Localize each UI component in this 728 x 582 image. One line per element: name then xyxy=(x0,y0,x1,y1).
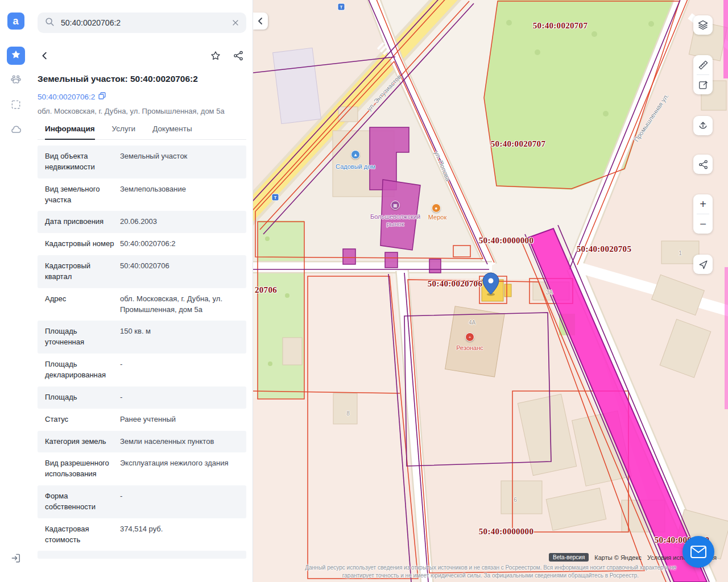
edit-tools xyxy=(693,55,713,94)
zoom-out-button[interactable]: − xyxy=(693,214,713,234)
chat-button[interactable] xyxy=(682,536,714,568)
upload-tool xyxy=(693,116,713,135)
zoom-in-button[interactable]: + xyxy=(693,194,713,214)
paw-icon xyxy=(10,73,22,88)
info-row-value: Земельный участок xyxy=(120,151,239,173)
yandex-copyright-link[interactable]: Карты © Яндекс xyxy=(594,554,642,561)
star-icon xyxy=(10,49,22,63)
info-row-label: Форма собственности xyxy=(45,491,120,513)
favorite-button[interactable] xyxy=(210,50,221,61)
table-row: Кадастровый номер50:40:0020706:2 xyxy=(38,233,246,255)
map[interactable]: 50:40:002070750:40:002070750:40:00000005… xyxy=(253,0,728,582)
sidebar-item-favorites[interactable] xyxy=(7,47,25,65)
back-button[interactable] xyxy=(40,51,50,61)
share-button[interactable] xyxy=(233,50,244,61)
info-row-value: Землепользование xyxy=(120,184,239,206)
info-row-label: Вид земельного участка xyxy=(45,184,120,206)
zoom-tools: + − xyxy=(693,194,713,234)
table-row: Адресобл. Московская, г. Дубна, ул. Пром… xyxy=(38,288,246,321)
locate-tool xyxy=(693,255,713,274)
upload-icon xyxy=(697,120,709,131)
app-logo[interactable]: a xyxy=(7,13,24,30)
layers-icon xyxy=(697,19,709,31)
share-tool xyxy=(693,155,713,174)
tab-documents[interactable]: Документы xyxy=(152,124,192,139)
info-row-value: обл. Московская, г. Дубна, ул. Промышлен… xyxy=(120,294,239,315)
dashed-square-icon xyxy=(10,99,22,113)
measure-button[interactable] xyxy=(693,55,713,74)
table-row: СтатусРанее учтенный xyxy=(38,409,246,431)
object-address: обл. Московская, г. Дубна, ул. Промышлен… xyxy=(38,107,246,115)
envelope-icon xyxy=(690,544,707,559)
table-row: Площадь- xyxy=(38,386,246,409)
icon-rail: a xyxy=(0,0,31,582)
info-row-label: Кадастровая стоимость xyxy=(45,524,120,546)
map-disclaimer: Данный ресурс использует сведения из отк… xyxy=(283,564,698,580)
disclaimer-line-1: Данный ресурс использует сведения из отк… xyxy=(283,564,698,572)
table-row: Вид объекта недвижимостиЗемельный участо… xyxy=(38,146,246,178)
table-row: Форма собственности- xyxy=(38,485,246,518)
upload-button[interactable] xyxy=(693,116,713,135)
table-row: Площадь уточненная150 кв. м xyxy=(38,321,246,354)
share-icon xyxy=(698,159,709,170)
page-title: Земельный участок: 50:40:0020706:2 xyxy=(38,74,246,84)
sidebar-item-select-area[interactable] xyxy=(7,97,25,115)
info-row-value: Эксплуатация нежилого здания xyxy=(120,458,239,480)
info-row-value: Ранее учтенный xyxy=(120,414,239,425)
search-icon xyxy=(44,16,55,29)
collapse-panel-button[interactable] xyxy=(253,13,268,30)
app-logo-letter: a xyxy=(13,15,18,27)
object-panel: Земельный участок: 50:40:0020706:2 50:40… xyxy=(31,0,253,582)
info-row-label: Вид объекта недвижимости xyxy=(45,151,120,173)
logout-button[interactable] xyxy=(7,550,25,568)
chevron-left-icon xyxy=(257,17,264,25)
info-row-label: Вид разрешенного использования xyxy=(45,458,120,480)
info-row-value: 50:40:0020706 xyxy=(120,261,239,282)
map-base-svg xyxy=(253,0,728,582)
table-row: Вид разрешенного использованияЭксплуатац… xyxy=(38,452,246,485)
info-row-label: Кадастровый квартал xyxy=(45,261,120,282)
draw-button[interactable] xyxy=(693,75,713,94)
sidebar-item-objects[interactable] xyxy=(7,72,25,90)
table-row: Кадастровый квартал50:40:0020706 xyxy=(38,255,246,288)
cloud-icon xyxy=(10,123,22,138)
search-input[interactable] xyxy=(60,18,226,28)
info-row-label: Кадастровый номер xyxy=(45,239,120,250)
clear-search-button[interactable] xyxy=(231,19,239,27)
info-row-label: Площадь декларированная xyxy=(45,359,120,381)
card-header xyxy=(40,50,244,61)
info-row-label: Дата присвоения xyxy=(45,217,120,227)
disclaimer-line-2: гарантирует точность и не имеет юридичес… xyxy=(283,572,698,580)
info-row-value: - xyxy=(120,392,239,403)
table-row: Кадастровая стоимость374,514 руб. xyxy=(38,518,246,551)
map-share-button[interactable] xyxy=(693,155,713,174)
info-row-label: Площадь xyxy=(45,392,120,403)
beta-badge: Beta-версия xyxy=(549,553,589,562)
cadastral-number-link[interactable]: 50:40:0020706:2 xyxy=(38,92,246,101)
layers-tool xyxy=(693,15,713,35)
info-row-value: 150 кв. м xyxy=(120,326,239,348)
info-row-value: 50:40:0020706:2 xyxy=(120,239,239,250)
tab-information[interactable]: Информация xyxy=(45,124,95,140)
info-row-label: Категория земель xyxy=(45,436,120,447)
info-row-label: Адрес xyxy=(45,294,120,315)
info-row-label: Статус xyxy=(45,414,120,425)
logout-icon xyxy=(10,552,22,566)
locate-button[interactable] xyxy=(693,255,713,274)
ruler-icon xyxy=(698,60,709,70)
table-row: Площадь декларированная- xyxy=(38,354,246,386)
edit-icon xyxy=(698,80,709,90)
info-row-value: - xyxy=(120,359,239,381)
copy-icon[interactable] xyxy=(98,92,106,101)
tab-services[interactable]: Услуги xyxy=(112,124,136,139)
info-row-value: Земли населенных пунктов xyxy=(120,436,239,447)
cadastral-number-text: 50:40:0020706:2 xyxy=(38,93,95,101)
info-row-value: - xyxy=(120,491,239,513)
table-row: Вид земельного участкаЗемлепользование xyxy=(38,178,246,211)
sidebar-item-weather[interactable] xyxy=(7,122,25,140)
layers-button[interactable] xyxy=(693,15,713,35)
search-bar xyxy=(38,13,246,33)
table-row: Дата присвоения20.06.2003 xyxy=(38,211,246,233)
info-row-value: 374,514 руб. xyxy=(120,524,239,546)
info-row-label: Площадь уточненная xyxy=(45,326,120,348)
